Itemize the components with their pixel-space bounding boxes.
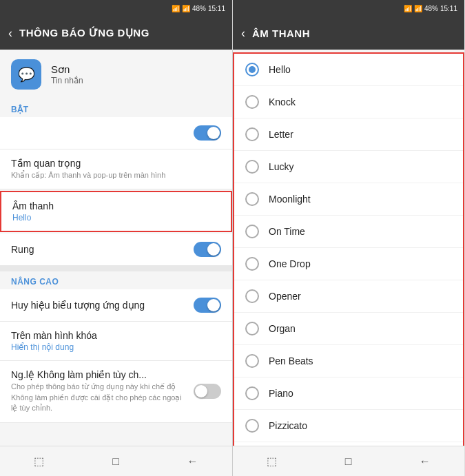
sound-item-moonlight[interactable]: Moonlight [234, 183, 463, 216]
nav-home-left[interactable]: □ [112, 455, 119, 468]
toggle-bat[interactable] [194, 125, 221, 141]
sound-item-ontime[interactable]: On Time [234, 216, 463, 248]
nav-back-left[interactable]: ← [187, 455, 198, 468]
am-thanh-text: Âm thanh Hello [12, 200, 54, 223]
sound-name-piano: Piano [269, 388, 293, 399]
sound-name-opener: Opener [269, 291, 301, 302]
tam-quan-trong-text: Tầm quan trọng Khẩn cấp: Âm thanh và pop… [11, 158, 165, 180]
app-name: Sơn [51, 63, 83, 76]
toggle-knob-huyhieu [207, 299, 220, 311]
radio-knock [245, 95, 259, 109]
sound-name-lucky: Lucky [269, 161, 294, 172]
top-bar-right: ‹ ÂM THANH [233, 17, 464, 50]
radio-organ [245, 322, 259, 335]
app-text: Sơn Tin nhắn [51, 63, 83, 85]
back-button-left[interactable]: ‹ [8, 26, 12, 41]
radio-moonlight [245, 192, 259, 206]
toggle-rung[interactable] [194, 242, 221, 257]
manhinhkhoa-main: Trên màn hình khóa [11, 330, 97, 341]
radio-pizzicato [245, 419, 259, 433]
right-screen: 📶 📶 48% 15:11 ‹ ÂM THANH Hello Knock [232, 0, 464, 476]
setting-row-rung: Rung [0, 234, 232, 266]
toggle-knob-bat [207, 127, 220, 139]
section-label-nangcao: NÂNG CAO [0, 271, 232, 289]
am-thanh-main: Âm thanh [12, 200, 54, 211]
sound-item-penbeats[interactable]: Pen Beats [234, 345, 463, 377]
toggle-ngle[interactable] [194, 384, 221, 399]
setting-row-ngle: Ng.lệ Không làm phiền tùy ch... Cho phép… [0, 361, 232, 422]
time-left: 15:11 [208, 5, 225, 12]
nav-recent-right[interactable]: ⬚ [267, 455, 277, 468]
radio-letter [245, 127, 259, 141]
ngle-main: Ng.lệ Không làm phiền tùy ch... [11, 369, 188, 380]
sound-name-pizzicato: Pizzicato [269, 420, 307, 431]
left-screen: 📶 📶 48% 15:11 ‹ THÔNG BÁO ỨNG DỤNG 💬 Sơn… [0, 0, 232, 476]
sound-item-onedrop[interactable]: One Drop [234, 248, 463, 280]
back-button-right[interactable]: ‹ [241, 26, 245, 41]
sound-item-piano[interactable]: Piano [234, 377, 463, 410]
radio-ontime [245, 225, 259, 238]
nav-bar-left: ⬚ □ ← [0, 446, 232, 476]
setting-row-manhinhkhoa[interactable]: Trên màn hình khóa Hiển thị nội dung [0, 322, 232, 361]
manhinhkhoa-sub: Hiển thị nội dung [11, 342, 97, 352]
radio-opener [245, 289, 259, 303]
left-content: 💬 Sơn Tin nhắn BẬT Tầm quan trọng Khẩn c… [0, 50, 232, 446]
nav-recent-left[interactable]: ⬚ [34, 455, 44, 468]
sound-name-moonlight: Moonlight [269, 194, 311, 205]
sound-name-ontime: On Time [269, 226, 305, 237]
page-title-right: ÂM THANH [252, 28, 310, 39]
sound-item-opener[interactable]: Opener [234, 280, 463, 313]
radio-hello [245, 63, 259, 76]
sound-name-knock: Knock [269, 96, 296, 107]
divider-1 [0, 266, 232, 271]
rung-main: Rung [11, 244, 34, 255]
sound-name-penbeats: Pen Beats [269, 355, 313, 366]
ngle-text: Ng.lệ Không làm phiền tùy ch... Cho phép… [11, 369, 188, 413]
sound-item-letter[interactable]: Letter [234, 118, 463, 151]
top-bar-left: ‹ THÔNG BÁO ỨNG DỤNG [0, 17, 232, 50]
sound-item-hello[interactable]: Hello [234, 54, 463, 86]
time-right: 15:11 [440, 5, 457, 12]
tam-quan-trong-main: Tầm quan trọng [11, 158, 165, 169]
app-info-row: 💬 Sơn Tin nhắn [0, 50, 232, 99]
app-icon: 💬 [11, 59, 41, 90]
app-sub: Tin nhắn [51, 76, 83, 85]
toggle-knob-rung [207, 243, 220, 256]
setting-row-tam-quan-trong[interactable]: Tầm quan trọng Khẩn cấp: Âm thanh và pop… [0, 149, 232, 189]
sound-name-letter: Letter [269, 129, 293, 140]
status-right-info: 📶 📶 48% 15:11 [172, 5, 225, 12]
ngle-sub: Cho phép thông báo từ ứng dụng này khi c… [11, 382, 188, 413]
status-bar-left: 📶 📶 48% 15:11 [0, 0, 232, 17]
huyhieu-text: Huy hiệu biểu tượng ứng dụng [11, 300, 145, 311]
nav-bar-right: ⬚ □ ← [233, 446, 464, 476]
sound-item-organ[interactable]: Organ [234, 313, 463, 345]
radio-inner-hello [249, 66, 256, 73]
am-thanh-sub: Hello [12, 213, 54, 223]
sound-name-hello: Hello [269, 64, 291, 75]
signal-icon: 📶 [172, 5, 180, 12]
toggle-knob-ngle [195, 385, 207, 397]
sound-item-pizzicato[interactable]: Pizzicato [234, 410, 463, 442]
sound-list: Hello Knock Letter Lucky Moonlight On Ti [233, 52, 464, 446]
battery-text-right: 📶 48% [414, 5, 438, 12]
sound-item-lucky[interactable]: Lucky [234, 151, 463, 183]
radio-penbeats [245, 354, 259, 368]
battery-text: 📶 48% [182, 5, 206, 12]
sound-name-onedrop: One Drop [269, 258, 311, 269]
page-title-left: THÔNG BÁO ỨNG DỤNG [19, 27, 149, 39]
setting-row-toggle-bat [0, 117, 232, 149]
huyhieu-main: Huy hiệu biểu tượng ứng dụng [11, 300, 145, 311]
radio-lucky [245, 160, 259, 174]
sound-item-knock[interactable]: Knock [234, 86, 463, 118]
right-content: Hello Knock Letter Lucky Moonlight On Ti [233, 50, 464, 446]
section-label-bat: BẬT [0, 99, 232, 117]
rung-text: Rung [11, 244, 34, 255]
sound-name-organ: Organ [269, 323, 296, 334]
nav-home-right[interactable]: □ [345, 455, 352, 468]
toggle-huyhieu[interactable] [194, 298, 221, 313]
setting-row-am-thanh[interactable]: Âm thanh Hello [0, 191, 232, 232]
status-bar-right: 📶 📶 48% 15:11 [233, 0, 464, 17]
setting-row-huyhieu: Huy hiệu biểu tượng ứng dụng [0, 289, 232, 322]
nav-back-right[interactable]: ← [420, 455, 431, 468]
signal-icon-right: 📶 [404, 5, 412, 12]
